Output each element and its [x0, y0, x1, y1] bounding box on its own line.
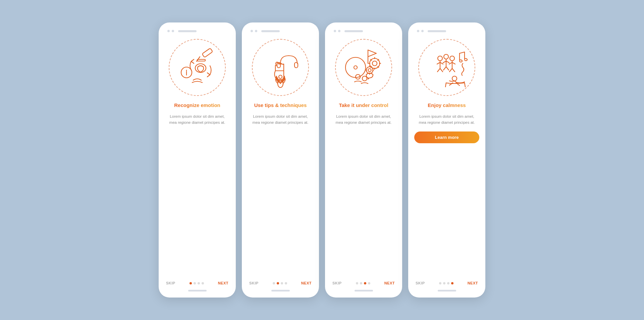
- next-button-3[interactable]: NEXT: [384, 281, 395, 285]
- svg-line-46: [449, 62, 452, 64]
- nav-dots-1: [190, 282, 204, 284]
- phone-card-3: Take it under control Lorem ipsum dolor …: [325, 22, 402, 298]
- nav-bar-1: SKIP NEXT: [165, 281, 230, 285]
- skip-button-2[interactable]: SKIP: [249, 281, 259, 285]
- phone-notch: [261, 30, 280, 32]
- card-title-2: Use tips & techniques: [254, 102, 307, 109]
- svg-line-40: [443, 61, 446, 63]
- svg-line-41: [446, 61, 449, 63]
- svg-line-37: [440, 68, 443, 72]
- card-body-2: Lorem ipsum dolor sit dim amet, mea regi…: [248, 113, 313, 126]
- phone-top-bar: [417, 30, 446, 32]
- phone-top-bar: [251, 30, 280, 32]
- nav-dots-3: [356, 282, 370, 284]
- phone-bottom-bar: [438, 290, 456, 291]
- svg-point-25: [368, 68, 371, 71]
- nav-dot: [281, 282, 283, 284]
- status-dot: [338, 30, 340, 32]
- illustration-circle-1: [169, 39, 226, 96]
- card-title-1: Recognize emotion: [174, 102, 220, 109]
- phone-notch: [178, 30, 197, 32]
- svg-point-5: [195, 64, 206, 72]
- phone-bottom-bar: [271, 290, 290, 291]
- svg-rect-7: [294, 62, 298, 68]
- svg-point-30: [362, 76, 367, 81]
- status-dot: [421, 30, 424, 32]
- svg-line-50: [460, 52, 465, 53]
- nav-bar-4: SKIP NEXT: [414, 281, 479, 285]
- illustration-calmness: [423, 43, 471, 92]
- nav-dot: [360, 282, 362, 284]
- svg-line-42: [443, 67, 446, 70]
- card-body-3: Lorem ipsum dolor sit dim amet, mea regi…: [331, 113, 396, 126]
- nav-bar-3: SKIP NEXT: [331, 281, 396, 285]
- next-button-1[interactable]: NEXT: [218, 281, 228, 285]
- illustration-control: [339, 43, 388, 92]
- svg-line-43: [446, 67, 449, 70]
- svg-rect-0: [202, 48, 213, 57]
- nav-dot: [443, 282, 445, 284]
- svg-point-24: [366, 67, 373, 73]
- skip-button-1[interactable]: SKIP: [166, 281, 175, 285]
- svg-line-47: [452, 62, 455, 64]
- phone-card-4: Enjoy calmness Lorem ipsum dolor sit dim…: [408, 22, 485, 298]
- phone-notch: [428, 30, 446, 32]
- screens-container: Recognize emotion Lorem ipsum dolor sit …: [159, 22, 485, 298]
- status-dot: [172, 30, 174, 32]
- svg-line-49: [452, 68, 455, 72]
- nav-dot-active: [451, 282, 453, 284]
- phone-card-1: Recognize emotion Lorem ipsum dolor sit …: [159, 22, 236, 298]
- card-body-1: Lorem ipsum dolor sit dim amet, mea regi…: [165, 113, 230, 126]
- phone-bottom-bar: [188, 290, 207, 291]
- illustration-tips: [257, 44, 304, 91]
- svg-point-38: [444, 54, 448, 59]
- svg-point-52: [452, 76, 457, 81]
- phone-top-bar: [334, 30, 363, 32]
- status-dot: [255, 30, 257, 32]
- svg-rect-6: [197, 59, 205, 61]
- next-button-2[interactable]: NEXT: [301, 281, 312, 285]
- nav-dots-2: [273, 282, 287, 284]
- nav-dot-active: [190, 282, 192, 284]
- card-title-3: Take it under control: [339, 102, 388, 109]
- status-dot: [334, 30, 336, 32]
- card-title-4: Enjoy calmness: [428, 102, 466, 109]
- illustration-recognize: [174, 44, 221, 91]
- phone-top-bar: [167, 30, 197, 32]
- phone-notch: [344, 30, 363, 32]
- status-dot: [417, 30, 419, 32]
- svg-line-34: [437, 62, 440, 64]
- svg-point-10: [279, 75, 282, 78]
- next-button-4[interactable]: NEXT: [468, 281, 478, 285]
- card-body-4: Lorem ipsum dolor sit dim amet, mea regi…: [414, 113, 479, 126]
- svg-line-48: [449, 68, 452, 72]
- nav-dot-active: [364, 282, 366, 284]
- svg-point-11: [345, 57, 366, 77]
- nav-dot: [194, 282, 196, 284]
- illustration-circle-2: [252, 39, 309, 96]
- skip-button-3[interactable]: SKIP: [332, 281, 342, 285]
- nav-dot-active: [277, 282, 279, 284]
- nav-dot: [202, 282, 204, 284]
- nav-dot: [356, 282, 358, 284]
- nav-dot: [285, 282, 287, 284]
- svg-point-12: [354, 66, 357, 69]
- learn-more-button[interactable]: Learn more: [414, 131, 479, 143]
- svg-line-35: [440, 62, 443, 64]
- status-dot: [167, 30, 170, 32]
- svg-line-36: [437, 68, 440, 72]
- svg-point-15: [372, 61, 377, 66]
- nav-dots-4: [439, 282, 453, 284]
- svg-line-55: [445, 83, 446, 87]
- status-dot: [251, 30, 253, 32]
- nav-dot: [439, 282, 441, 284]
- svg-point-44: [450, 56, 454, 61]
- svg-line-56: [465, 83, 465, 87]
- illustration-circle-3: [335, 39, 392, 96]
- nav-bar-2: SKIP NEXT: [248, 281, 313, 285]
- skip-button-4[interactable]: SKIP: [416, 281, 425, 285]
- nav-dot: [368, 282, 370, 284]
- phone-bottom-bar: [355, 290, 373, 291]
- nav-dot: [198, 282, 200, 284]
- illustration-circle-4: [418, 39, 475, 96]
